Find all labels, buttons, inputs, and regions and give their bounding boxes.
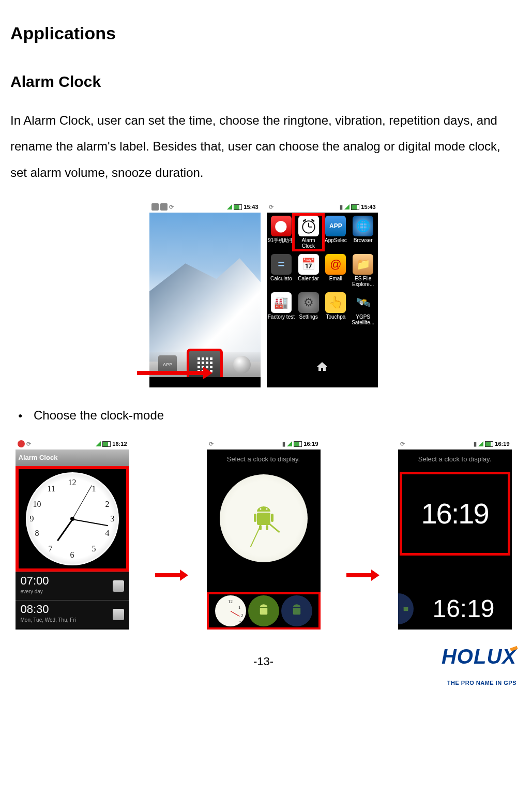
status-bar: ⟳ 16:12 bbox=[16, 438, 129, 450]
sd-icon: ▮ bbox=[340, 201, 343, 213]
clock-option-blue[interactable] bbox=[281, 595, 312, 626]
alarm-item-0830[interactable]: 08:30Mon, Tue, Wed, Thu, Fri bbox=[16, 600, 129, 628]
app-calculator[interactable]: =Calculato bbox=[268, 254, 295, 287]
digital-clock-preview-2[interactable]: 16:19 bbox=[416, 574, 512, 630]
arrow-icon bbox=[155, 573, 181, 577]
mountain-graphic bbox=[149, 258, 261, 362]
phone-select-clock-analog: ⟳ ▮16:19 Select a clock to display. 12 1… bbox=[207, 438, 321, 630]
alarm-item-0700[interactable]: 07:00every day bbox=[16, 572, 129, 600]
calendar-icon: 📅 bbox=[298, 254, 319, 275]
touchpad-icon: 👆 bbox=[325, 292, 346, 313]
page-number: -13- bbox=[10, 650, 516, 673]
phone-home-screen: ⟳ 15:43 APP bbox=[149, 201, 261, 387]
app-title-bar: Alarm Clock bbox=[16, 450, 129, 466]
sync-icon: ⟳ bbox=[269, 201, 273, 213]
arrow-icon bbox=[137, 371, 204, 375]
logo: HOLUX THE PRO NAME IN GPS bbox=[442, 636, 516, 688]
logo-brand: HOLUX bbox=[442, 636, 516, 677]
app-label: Calculato bbox=[268, 276, 295, 281]
notif-badge-icon bbox=[18, 440, 25, 447]
app-alarm-clock[interactable]: Alarm Clock bbox=[295, 216, 322, 249]
status-bar: ⟳ ▮16:19 bbox=[398, 438, 512, 450]
svg-rect-11 bbox=[293, 608, 300, 615]
clock-number: 7 bbox=[49, 541, 53, 557]
app-touchpad[interactable]: 👆Touchpa bbox=[322, 292, 349, 325]
clock-time: 16:19 bbox=[495, 438, 509, 450]
app-email[interactable]: @Email bbox=[322, 254, 349, 287]
signal-icon bbox=[344, 204, 349, 209]
app-appselect[interactable]: APPAppSelec bbox=[322, 216, 349, 249]
ygps-icon: 🛰️ bbox=[353, 292, 373, 313]
dock-bar bbox=[267, 356, 378, 377]
dock-globe-right[interactable] bbox=[232, 354, 252, 375]
clock-number: 12 bbox=[68, 474, 77, 491]
arrow-icon bbox=[346, 573, 372, 577]
bullet-choose-clock-mode: Choose the clock-mode bbox=[34, 403, 516, 428]
heading-applications: Applications bbox=[10, 16, 516, 51]
clock-time: 15:43 bbox=[244, 201, 258, 213]
battery-icon bbox=[102, 441, 111, 447]
clock-number: 3 bbox=[111, 511, 115, 527]
intro-paragraph: In Alarm Clock, user can set the time, c… bbox=[10, 108, 516, 186]
app-settings[interactable]: ⚙Settings bbox=[295, 292, 322, 325]
analog-clock-preview[interactable] bbox=[220, 474, 308, 562]
signal-icon bbox=[227, 204, 232, 209]
alarm-days: Mon, Tue, Wed, Thu, Fri bbox=[21, 615, 76, 625]
battery-icon bbox=[485, 441, 493, 447]
app-calendar[interactable]: 📅Calendar bbox=[295, 254, 322, 287]
clock-face-highlight[interactable]: 12 1 2 3 4 5 6 7 8 9 10 11 bbox=[19, 469, 126, 568]
sd-icon: ▮ bbox=[474, 438, 477, 450]
svg-point-9 bbox=[266, 508, 267, 510]
clock-number: 11 bbox=[48, 481, 55, 497]
clock-option-green[interactable] bbox=[248, 595, 279, 626]
alarm-checkbox[interactable] bbox=[113, 580, 124, 592]
app-label: YGPS Satellite... bbox=[349, 314, 377, 325]
alarm-checkbox[interactable] bbox=[113, 609, 124, 620]
opt-num: 3 bbox=[239, 618, 242, 627]
clock-time: 15:43 bbox=[361, 201, 375, 213]
svg-rect-10 bbox=[260, 608, 267, 615]
wallpaper: APP bbox=[149, 213, 261, 377]
app-91[interactable]: ⬤91手机助手 bbox=[268, 216, 295, 249]
phone-select-clock-digital: ⟳ ▮16:19 Select a clock to display. 16:1… bbox=[398, 438, 512, 630]
app-label: Factory test bbox=[268, 314, 295, 320]
app-label: Alarm Clock bbox=[295, 237, 322, 249]
alarm-clock-icon bbox=[298, 216, 319, 236]
phone-app-drawer: ⟳ ▮ 15:43 ⬤91手机助手 Alarm Clock APPAppSele… bbox=[267, 201, 378, 387]
alarm-time: 08:30 bbox=[21, 604, 76, 615]
clock-time: 16:19 bbox=[303, 438, 318, 450]
status-bar: ⟳ ▮ 15:43 bbox=[267, 201, 378, 213]
analog-clock-face: 12 1 2 3 4 5 6 7 8 9 10 11 bbox=[25, 471, 120, 566]
sync-icon: ⟳ bbox=[169, 201, 174, 213]
app-browser[interactable]: 🌐Browser bbox=[349, 216, 377, 249]
clock-number: 8 bbox=[35, 525, 39, 542]
android-icon bbox=[402, 604, 410, 613]
svg-rect-7 bbox=[266, 525, 268, 530]
android-icon bbox=[257, 603, 270, 619]
clock-number: 2 bbox=[105, 496, 110, 513]
opt-num: 1 bbox=[238, 603, 241, 612]
app-esfile[interactable]: 📁ES File Explore... bbox=[349, 254, 377, 287]
digital-clock-preview-1[interactable]: 16:19 bbox=[402, 474, 508, 553]
app-91-icon: ⬤ bbox=[271, 216, 292, 236]
clock-option-classic[interactable]: 12 1 2 3 bbox=[215, 595, 246, 626]
home-icon[interactable] bbox=[316, 361, 328, 373]
clock-option-prev[interactable] bbox=[398, 593, 414, 624]
clock-number: 9 bbox=[30, 511, 34, 527]
signal-icon bbox=[287, 441, 292, 446]
signal-icon bbox=[96, 441, 101, 446]
sync-icon: ⟳ bbox=[400, 438, 405, 450]
app-label: Settings bbox=[295, 314, 322, 320]
svg-rect-4 bbox=[254, 514, 256, 522]
app-label: 91手机助手 bbox=[268, 237, 295, 243]
app-label: ES File Explore... bbox=[349, 276, 377, 287]
svg-point-8 bbox=[260, 508, 261, 510]
clock-number: 1 bbox=[92, 481, 96, 497]
heading-alarm-clock: Alarm Clock bbox=[10, 66, 516, 97]
android-icon bbox=[290, 603, 303, 619]
app-label: Browser bbox=[349, 237, 377, 243]
clock-number: 10 bbox=[33, 496, 41, 513]
app-ygps[interactable]: 🛰️YGPS Satellite... bbox=[349, 292, 377, 325]
alarm-days: every day bbox=[21, 587, 49, 597]
app-factory[interactable]: 🏭Factory test bbox=[268, 292, 295, 325]
